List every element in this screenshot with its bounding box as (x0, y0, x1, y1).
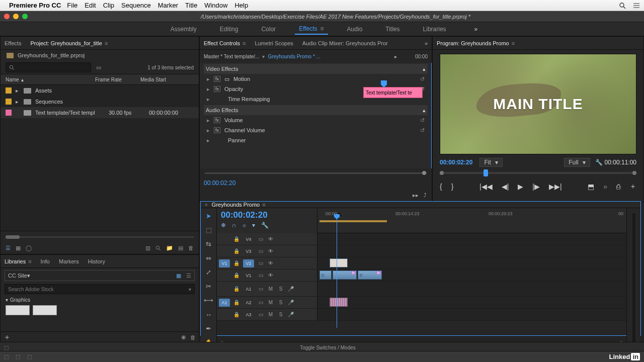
ws-color[interactable]: Color (257, 24, 280, 34)
ws-effects[interactable]: Effects≡ (295, 24, 328, 35)
tab-effects[interactable]: Effects (5, 40, 21, 46)
selection-tool[interactable]: ➤ (204, 211, 214, 220)
mark-out-dot[interactable] (632, 171, 636, 175)
list-item[interactable]: ▸ Assets (1, 85, 199, 96)
rolling-edit-tool[interactable]: ⇔ (204, 253, 214, 262)
timeline-clip[interactable] (330, 258, 348, 267)
thumb-slider-track[interactable] (6, 236, 194, 238)
col-media-start[interactable]: Media Start (140, 77, 194, 82)
ws-libraries[interactable]: Libraries (419, 24, 450, 34)
window-minimize-icon[interactable] (13, 14, 19, 19)
program-scrubber[interactable] (444, 172, 632, 174)
library-select[interactable]: CC Site▾ ▦ ☰ (5, 270, 195, 281)
ec-prop-volume[interactable]: ▸fxVolume↺ (204, 115, 428, 125)
auto-match-icon[interactable]: ▥ (145, 245, 150, 251)
fx-badge-icon[interactable]: fx (214, 127, 220, 133)
ws-editing[interactable]: Editing (216, 24, 243, 34)
add-asset-button[interactable]: ＋ (4, 333, 11, 342)
extract-button[interactable]: » (603, 183, 607, 191)
reset-icon[interactable]: ↺ (420, 76, 425, 82)
timeline-playhead[interactable] (337, 217, 337, 328)
menu-file[interactable]: File (67, 2, 77, 9)
fx-badge-icon[interactable]: fx (214, 117, 220, 123)
new-item-button[interactable]: ▤ (178, 245, 183, 251)
export-frame-button[interactable]: ⎙ (616, 183, 620, 191)
pen-tool[interactable]: ✒ (204, 324, 214, 333)
library-asset-thumb[interactable] (6, 305, 30, 315)
tab-history[interactable]: History (88, 258, 105, 264)
ec-clip-bar[interactable]: Text template/Text te (363, 87, 423, 98)
audio-meter[interactable] (626, 208, 640, 347)
play-around-icon[interactable]: ▸▸ (413, 192, 419, 199)
linked-selection-toggle[interactable]: ∩ (232, 222, 236, 229)
go-to-out-button[interactable]: ▶▶| (549, 183, 562, 191)
menu-title[interactable]: Title (185, 2, 197, 9)
twirl-icon[interactable]: ▸ (207, 117, 210, 124)
timeline-clip[interactable]: C (319, 270, 332, 280)
eye-icon[interactable]: 👁 (267, 273, 274, 278)
chain-icon[interactable]: ▭ (224, 76, 229, 82)
timeline-ruler[interactable]: :00:00 00:00:14:23 00:00:29:23 00 ↖ (317, 208, 626, 233)
app-name[interactable]: Premiere Pro CC (9, 2, 61, 9)
project-search-input[interactable] (6, 62, 91, 72)
ws-audio[interactable]: Audio (343, 24, 367, 34)
source-patch[interactable]: V1 (219, 259, 230, 267)
zoom-select[interactable]: Fit▾ (479, 158, 502, 167)
go-to-in-button[interactable]: |◀◀ (479, 183, 493, 191)
razor-tool[interactable]: ✂ (204, 282, 214, 291)
list-item[interactable]: ▸ Sequences (1, 96, 199, 107)
panel-menu-icon[interactable]: ≡ (262, 202, 265, 208)
tab-program[interactable]: Program: Greyhounds Promo ≡ (437, 40, 515, 46)
track-label[interactable]: A3 (243, 311, 254, 319)
lock-icon[interactable]: 🔒 (233, 236, 240, 242)
eye-icon[interactable]: 👁 (267, 236, 274, 242)
col-name[interactable]: Name ▴ (6, 77, 95, 82)
ws-overflow-icon[interactable]: » (474, 26, 478, 33)
panel-menu-icon[interactable]: ≡ (243, 40, 246, 46)
mute-button[interactable]: M (267, 312, 274, 317)
new-bin-icon[interactable]: ▭ (96, 64, 101, 71)
tab-markers[interactable]: Markers (59, 258, 79, 264)
ripple-edit-tool[interactable]: ⇆ (204, 239, 214, 248)
lib-section-graphics[interactable]: ▾Graphics (1, 295, 199, 304)
voice-record-icon[interactable]: 🎤 (287, 286, 294, 292)
solo-button[interactable]: S (277, 300, 284, 305)
rate-stretch-tool[interactable]: ⤢ (204, 267, 214, 277)
twirl-icon[interactable]: ▸ (207, 137, 210, 144)
menu-help[interactable]: Help (234, 2, 248, 9)
twirl-icon[interactable]: ▸ (16, 87, 20, 94)
ec-video-effects-header[interactable]: Video Effects▴ (204, 64, 428, 74)
library-asset-thumb[interactable] (33, 305, 57, 315)
menu-extras-icon[interactable] (633, 2, 640, 9)
timeline-settings-icon[interactable]: ▾ (252, 222, 255, 229)
voice-record-icon[interactable]: 🎤 (287, 312, 294, 317)
tab-project[interactable]: Project: Greyhounds_for_title ≡ (30, 40, 108, 46)
chevron-down-icon[interactable]: ▾ (262, 54, 265, 59)
twirl-icon[interactable]: ▸ (16, 99, 20, 105)
window-zoom-icon[interactable] (22, 14, 28, 19)
icon-view-icon[interactable]: ▦ (16, 245, 21, 251)
lock-icon[interactable]: 🔒 (233, 286, 240, 292)
menu-marker[interactable]: Marker (158, 2, 178, 9)
close-tab-icon[interactable]: × (205, 202, 208, 208)
tab-audio-clip-mixer[interactable]: Audio Clip Mixer: Greyhounds Pror (302, 40, 388, 46)
sync-lock-icon[interactable]: ▭ (257, 260, 264, 266)
program-monitor[interactable]: MAIN TITLE (440, 54, 636, 154)
settings-icon[interactable]: 🔧 (595, 159, 603, 166)
wrench-icon[interactable]: 🔧 (261, 222, 269, 229)
panel-menu-icon[interactable]: ≡ (512, 40, 515, 46)
ec-prop-panner[interactable]: ▸Panner (204, 135, 428, 145)
voice-record-icon[interactable]: 🎤 (287, 300, 294, 305)
panel-menu-icon[interactable]: ≡ (105, 40, 108, 46)
sync-lock-icon[interactable]: ▭ (257, 286, 264, 292)
ec-master-clip[interactable]: Master * Text template/... (204, 54, 259, 59)
spotlight-icon[interactable] (619, 2, 626, 9)
sync-icon[interactable]: ◉ (181, 334, 186, 340)
twirl-icon[interactable]: ▸ (207, 76, 210, 82)
step-back-button[interactable]: ◀| (502, 183, 509, 191)
track-target[interactable]: V2 (243, 259, 254, 267)
col-frame-rate[interactable]: Frame Rate (95, 77, 140, 82)
reset-icon[interactable]: ↺ (420, 117, 425, 124)
sync-lock-icon[interactable]: ▭ (257, 236, 264, 242)
lock-icon[interactable]: 🔒 (233, 248, 240, 254)
